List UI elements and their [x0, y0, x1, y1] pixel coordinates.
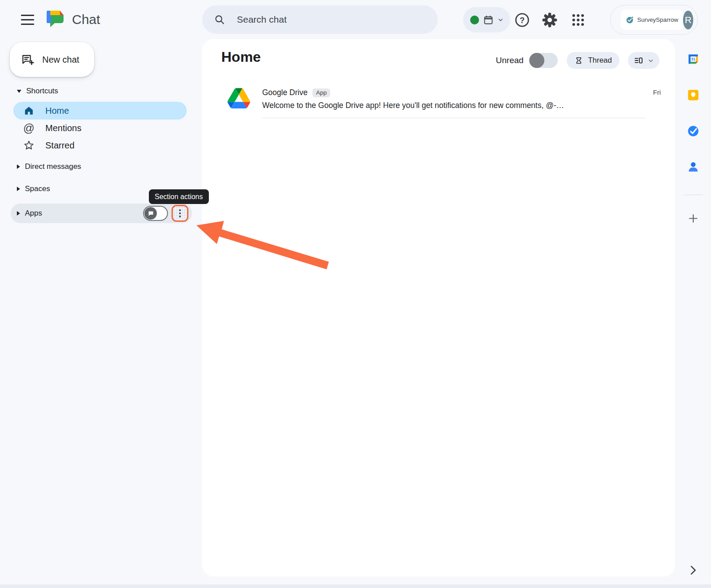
google-drive-logo-icon: [228, 88, 250, 118]
sidebar-item-label: Home: [45, 106, 69, 116]
topbar: Chat: [0, 0, 711, 39]
main-menu-button[interactable]: [17, 9, 38, 30]
sidebar-item-mentions[interactable]: @ Mentions: [13, 119, 187, 137]
apps-grid-button[interactable]: [569, 11, 587, 29]
active-status-icon: [470, 16, 479, 24]
list-view-icon: [634, 56, 643, 65]
google-contacts-icon: [687, 160, 699, 173]
help-icon: ?: [514, 12, 530, 28]
status-selector[interactable]: [463, 7, 510, 32]
section-label: Spaces: [25, 184, 50, 193]
caret-right-icon: [17, 164, 20, 169]
unread-label: Unread: [496, 56, 523, 65]
calendar-status-icon: [483, 15, 494, 25]
google-chat-app: Chat: [0, 0, 711, 588]
thread-label: Thread: [588, 56, 612, 65]
gear-icon: [542, 12, 558, 28]
add-side-panel-app-button[interactable]: [687, 212, 699, 224]
rail-divider: [683, 195, 703, 195]
message-snippet: Welcome to the Google Drive app! Here yo…: [262, 101, 646, 110]
unread-toggle[interactable]: [529, 53, 558, 68]
google-tasks-icon: [687, 125, 699, 137]
google-chat-logo-icon: [45, 9, 66, 30]
home-icon: [23, 105, 35, 116]
section-label: Apps: [25, 209, 42, 218]
google-calendar-icon: 31: [687, 53, 699, 65]
message-timestamp: Fri: [653, 88, 661, 96]
surveysparrow-logo-icon: [626, 16, 634, 24]
new-chat-icon: [21, 53, 35, 67]
svg-text:?: ?: [520, 16, 525, 25]
section-header-apps[interactable]: Apps: [17, 209, 143, 218]
caret-right-icon: [17, 187, 20, 191]
section-actions-tooltip: Section actions: [149, 189, 209, 204]
google-contacts-button[interactable]: [687, 160, 699, 173]
new-app-chat-button[interactable]: [143, 206, 168, 221]
avatar[interactable]: R: [683, 11, 693, 29]
app-title: Chat: [72, 12, 100, 27]
google-keep-icon: [687, 89, 699, 101]
chevron-down-icon: [648, 58, 654, 64]
app-badge: App: [312, 88, 330, 97]
org-name: SurveySparrow: [637, 16, 678, 23]
section-header-direct-messages[interactable]: Direct messages: [17, 162, 81, 171]
page-title: Home: [221, 45, 261, 68]
sidebar-item-starred[interactable]: Starred: [13, 136, 187, 154]
search-input[interactable]: [237, 14, 430, 25]
expand-side-panel-button[interactable]: [690, 565, 696, 575]
help-button[interactable]: ?: [513, 11, 531, 29]
star-icon: [23, 140, 35, 151]
sender-name: Google Drive: [262, 88, 308, 97]
sidebar-item-label: Starred: [45, 140, 75, 151]
message-preview: Google Drive App Welcome to the Google D…: [262, 88, 646, 118]
main-panel: Home Unread Thread: [202, 39, 675, 576]
settings-button[interactable]: [541, 11, 559, 29]
hamburger-icon: [21, 15, 34, 25]
sidebar-item-home[interactable]: Home: [13, 102, 187, 120]
conversation-view-selector[interactable]: [628, 52, 659, 69]
app-chat-icon: [144, 207, 157, 220]
plus-icon: [687, 212, 699, 224]
search-bar[interactable]: [202, 5, 438, 34]
caret-right-icon: [17, 211, 20, 216]
sidebar-item-label: Mentions: [45, 123, 81, 133]
view-controls: Unread Thread: [496, 52, 659, 69]
section-actions-button[interactable]: [172, 205, 188, 222]
svg-text:31: 31: [691, 57, 695, 61]
google-tasks-button[interactable]: [687, 125, 699, 137]
sidebar: New chat Shortcuts Home @ Mentions Starr…: [0, 39, 202, 576]
section-row-apps: Apps: [11, 204, 192, 223]
chevron-right-icon: [690, 565, 696, 575]
chevron-down-icon: [498, 17, 503, 23]
section-label: Shortcuts: [26, 87, 58, 96]
google-keep-button[interactable]: [687, 89, 699, 101]
section-header-spaces[interactable]: Spaces: [17, 184, 50, 193]
org-badge: SurveySparrow: [621, 10, 683, 30]
section-label: Direct messages: [25, 162, 81, 171]
thread-icon: [574, 56, 583, 65]
google-calendar-button[interactable]: 31: [687, 53, 699, 65]
new-chat-button[interactable]: New chat: [10, 42, 94, 77]
account-pill[interactable]: SurveySparrow R: [610, 5, 698, 35]
new-chat-label: New chat: [42, 55, 79, 65]
section-header-shortcuts[interactable]: Shortcuts: [17, 87, 58, 96]
kebab-icon: [179, 209, 181, 211]
at-icon: @: [23, 123, 35, 134]
brand: Chat: [45, 9, 100, 30]
apps-grid-icon: [572, 14, 584, 26]
search-icon: [214, 14, 225, 25]
window-edge: [0, 584, 711, 588]
toggle-knob: [529, 53, 544, 68]
caret-down-icon: [17, 90, 21, 93]
thread-filter-button[interactable]: Thread: [567, 52, 619, 69]
side-panel-rail: 31: [675, 39, 711, 576]
conversation-list-item[interactable]: Google Drive App Welcome to the Google D…: [228, 88, 662, 118]
